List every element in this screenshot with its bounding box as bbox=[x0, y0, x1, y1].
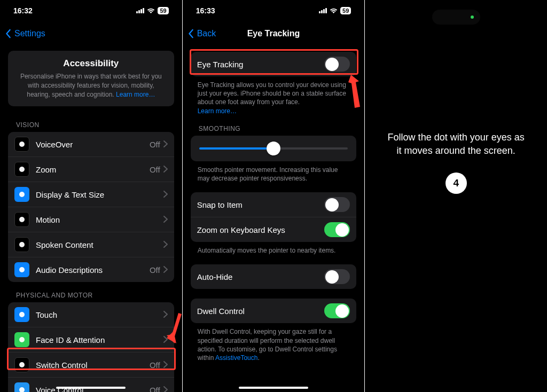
row-label: Display & Text Size bbox=[36, 190, 163, 199]
svg-point-5 bbox=[19, 267, 25, 272]
svg-point-7 bbox=[19, 337, 25, 342]
zoom-keyboard-toggle[interactable] bbox=[324, 222, 350, 237]
row-value: Off bbox=[150, 140, 160, 149]
settings-row-display-text-size[interactable]: Display & Text Size bbox=[8, 182, 174, 207]
section-header: PHYSICAL AND MOTOR bbox=[0, 282, 182, 302]
chevron-right-icon bbox=[163, 190, 168, 199]
svg-point-4 bbox=[19, 242, 25, 247]
nav-bar: Back Eye Tracking bbox=[183, 21, 365, 45]
learn-more-link[interactable]: Learn more… bbox=[198, 107, 237, 115]
row-label: Snap to Item bbox=[197, 200, 325, 209]
status-bar: 16:32 59 bbox=[0, 0, 182, 21]
cellular-signal-icon bbox=[319, 8, 327, 13]
countdown-badge: 4 bbox=[446, 173, 467, 194]
status-bar: 16:33 59 bbox=[183, 0, 365, 21]
dwell-toggle[interactable] bbox=[324, 303, 350, 318]
settings-row-spoken-content[interactable]: Spoken Content bbox=[8, 232, 174, 257]
smoothing-slider-row bbox=[191, 136, 357, 161]
smoothing-desc: Smooths pointer movement. Increasing thi… bbox=[183, 161, 365, 183]
row-label: Auto-Hide bbox=[197, 272, 325, 281]
battery-indicator: 59 bbox=[158, 7, 168, 14]
row-label: VoiceOver bbox=[36, 140, 150, 149]
learn-more-link[interactable]: Learn more… bbox=[116, 91, 155, 98]
chevron-left-icon bbox=[188, 29, 194, 38]
wifi-icon bbox=[147, 8, 155, 14]
svg-point-3 bbox=[19, 217, 25, 222]
svg-point-0 bbox=[19, 142, 25, 147]
chevron-right-icon bbox=[163, 240, 168, 249]
row-value: Off bbox=[150, 265, 160, 275]
settings-row-audio-descriptions[interactable]: Audio DescriptionsOff bbox=[8, 257, 174, 282]
clock: 16:32 bbox=[13, 6, 33, 15]
annotation-arrow bbox=[348, 75, 363, 112]
auto-hide-toggle[interactable] bbox=[324, 269, 350, 284]
chevron-right-icon bbox=[163, 165, 168, 174]
home-indicator[interactable] bbox=[239, 387, 308, 389]
snap-desc: Automatically moves the pointer to nearb… bbox=[183, 242, 365, 255]
section-header: VISION bbox=[0, 112, 182, 132]
back-label: Back bbox=[197, 29, 216, 38]
smoothing-slider[interactable] bbox=[199, 147, 348, 150]
row-label: Dwell Control bbox=[197, 307, 325, 316]
row-label: Spoken Content bbox=[36, 240, 163, 249]
back-button[interactable]: Back bbox=[188, 29, 216, 38]
assistivetouch-link[interactable]: AssistiveTouch bbox=[215, 354, 257, 362]
spoken-content-icon bbox=[14, 237, 29, 252]
chevron-right-icon bbox=[163, 140, 168, 149]
faceid-icon bbox=[14, 332, 29, 347]
row-value: Off bbox=[150, 165, 160, 174]
svg-point-1 bbox=[19, 167, 25, 172]
slider-thumb[interactable] bbox=[267, 142, 280, 155]
chevron-right-icon bbox=[163, 265, 168, 275]
section-header-smoothing: SMOOTHING bbox=[183, 115, 365, 136]
zoom-icon bbox=[14, 162, 29, 177]
voiceover-icon bbox=[14, 137, 29, 152]
motion-icon bbox=[14, 212, 29, 227]
annotation-arrow bbox=[167, 298, 182, 343]
settings-row-touch[interactable]: Touch bbox=[8, 302, 174, 327]
camera-active-indicator-icon bbox=[471, 15, 474, 19]
eye-tracking-settings-screen: 16:33 59 Back Eye Tracking Eye Tracking … bbox=[183, 0, 365, 392]
row-label: Zoom bbox=[36, 165, 150, 174]
row-label: Audio Descriptions bbox=[36, 265, 150, 275]
touch-icon bbox=[14, 307, 29, 322]
chevron-right-icon bbox=[163, 215, 168, 224]
battery-indicator: 59 bbox=[340, 7, 351, 14]
home-indicator[interactable] bbox=[56, 387, 126, 389]
settings-row-zoom[interactable]: ZoomOff bbox=[8, 157, 174, 182]
dynamic-island bbox=[432, 10, 480, 25]
accessibility-intro-card: Accessibility Personalise iPhone in ways… bbox=[8, 51, 174, 106]
eye-tracking-calibration-screen: Follow the dot with your eyes as it move… bbox=[365, 0, 547, 392]
settings-row-voiceover[interactable]: VoiceOverOff bbox=[8, 132, 174, 157]
eye-tracking-desc: Eye Tracking allows you to control your … bbox=[183, 76, 365, 115]
chevron-right-icon bbox=[163, 386, 168, 392]
row-value: Off bbox=[150, 386, 160, 392]
svg-point-6 bbox=[19, 312, 25, 317]
chevron-left-icon bbox=[5, 29, 12, 38]
settings-row-voice-control[interactable]: Voice ControlOff bbox=[8, 378, 174, 392]
cellular-signal-icon bbox=[136, 8, 144, 13]
row-label: Motion bbox=[36, 215, 163, 224]
back-button[interactable]: Settings bbox=[5, 29, 45, 38]
voice-control-icon bbox=[14, 382, 29, 392]
nav-bar: Settings bbox=[0, 21, 182, 45]
clock: 16:33 bbox=[196, 6, 215, 15]
calibration-instruction: Follow the dot with your eyes as it move… bbox=[386, 131, 526, 158]
dwell-control-row[interactable]: Dwell Control bbox=[191, 299, 357, 323]
svg-marker-14 bbox=[348, 75, 360, 108]
settings-row-motion[interactable]: Motion bbox=[8, 207, 174, 232]
svg-point-9 bbox=[19, 387, 25, 392]
card-desc: Personalise iPhone in ways that work bes… bbox=[15, 72, 167, 99]
annotation-highlight bbox=[7, 348, 176, 370]
snap-toggle[interactable] bbox=[324, 197, 350, 212]
auto-hide-row[interactable]: Auto-Hide bbox=[191, 264, 357, 289]
zoom-keyboard-row[interactable]: Zoom on Keyboard Keys bbox=[191, 217, 357, 242]
dwell-desc: With Dwell Control, keeping your gaze st… bbox=[183, 323, 365, 362]
annotation-highlight bbox=[190, 49, 358, 75]
snap-to-item-row[interactable]: Snap to Item bbox=[191, 192, 357, 217]
row-label: Face ID & Attention bbox=[36, 335, 163, 344]
row-label: Zoom on Keyboard Keys bbox=[197, 225, 325, 234]
accessibility-settings-screen: 16:32 59 Settings Accessibility Personal… bbox=[0, 0, 182, 392]
wifi-icon bbox=[330, 8, 338, 14]
row-label: Touch bbox=[36, 310, 163, 319]
